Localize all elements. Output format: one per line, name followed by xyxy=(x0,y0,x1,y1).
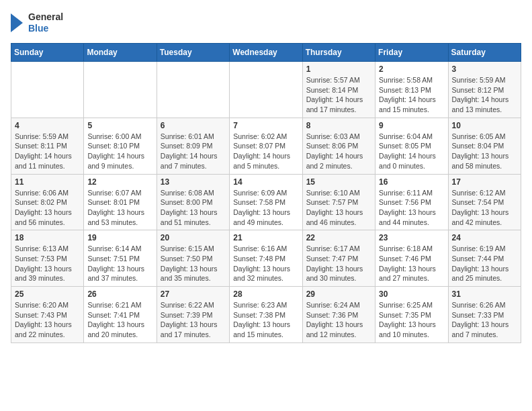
day-number: 6 xyxy=(161,121,226,130)
day-number: 22 xyxy=(306,233,371,242)
day-info: Sunrise: 5:59 AMSunset: 8:12 PMDaylight:… xyxy=(452,75,517,115)
day-info: Sunrise: 6:13 AMSunset: 7:53 PMDaylight:… xyxy=(15,244,80,283)
logo: GeneralBlue xyxy=(11,11,63,35)
calendar-cell: 10Sunrise: 6:05 AMSunset: 8:04 PMDayligh… xyxy=(448,118,521,174)
calendar-cell: 23Sunrise: 6:18 AMSunset: 7:46 PMDayligh… xyxy=(375,230,448,287)
day-number: 26 xyxy=(87,289,152,299)
day-info: Sunrise: 6:10 AMSunset: 7:57 PMDaylight:… xyxy=(306,188,371,228)
day-number: 25 xyxy=(15,289,80,299)
svg-marker-0 xyxy=(11,13,23,32)
day-info: Sunrise: 6:20 AMSunset: 7:43 PMDaylight:… xyxy=(15,300,80,340)
day-info: Sunrise: 5:59 AMSunset: 8:11 PMDaylight:… xyxy=(15,132,80,171)
calendar-cell: 4Sunrise: 5:59 AMSunset: 8:11 PMDaylight… xyxy=(11,118,84,174)
calendar-cell xyxy=(11,62,84,118)
calendar-cell: 31Sunrise: 6:26 AMSunset: 7:33 PMDayligh… xyxy=(448,287,521,343)
day-info: Sunrise: 6:09 AMSunset: 7:58 PMDaylight:… xyxy=(233,188,298,228)
calendar-header: SundayMondayTuesdayWednesdayThursdayFrid… xyxy=(11,44,521,62)
day-info: Sunrise: 6:11 AMSunset: 7:56 PMDaylight:… xyxy=(379,188,444,228)
calendar-cell: 3Sunrise: 5:59 AMSunset: 8:12 PMDaylight… xyxy=(448,62,521,118)
weekday-header-thursday: Thursday xyxy=(302,44,375,62)
day-info: Sunrise: 6:23 AMSunset: 7:38 PMDaylight:… xyxy=(233,300,298,340)
page-header: GeneralBlue xyxy=(11,11,521,35)
calendar-cell: 11Sunrise: 6:06 AMSunset: 8:02 PMDayligh… xyxy=(11,174,84,230)
day-info: Sunrise: 6:04 AMSunset: 8:05 PMDaylight:… xyxy=(379,132,444,171)
weekday-header-monday: Monday xyxy=(84,44,157,62)
calendar-cell: 18Sunrise: 6:13 AMSunset: 7:53 PMDayligh… xyxy=(11,230,84,287)
day-number: 13 xyxy=(161,177,226,187)
calendar-cell: 22Sunrise: 6:17 AMSunset: 7:47 PMDayligh… xyxy=(302,230,375,287)
calendar-table: SundayMondayTuesdayWednesdayThursdayFrid… xyxy=(11,43,521,343)
day-number: 4 xyxy=(15,121,80,130)
day-info: Sunrise: 6:25 AMSunset: 7:35 PMDaylight:… xyxy=(379,300,444,340)
calendar-cell xyxy=(157,62,229,118)
day-number: 15 xyxy=(306,177,371,187)
calendar-cell: 2Sunrise: 5:58 AMSunset: 8:13 PMDaylight… xyxy=(375,62,448,118)
calendar-cell: 27Sunrise: 6:22 AMSunset: 7:39 PMDayligh… xyxy=(157,287,229,343)
day-info: Sunrise: 6:18 AMSunset: 7:46 PMDaylight:… xyxy=(379,244,444,283)
calendar-week-1: 1Sunrise: 5:57 AMSunset: 8:14 PMDaylight… xyxy=(11,62,521,118)
day-info: Sunrise: 5:58 AMSunset: 8:13 PMDaylight:… xyxy=(379,75,444,115)
day-info: Sunrise: 6:19 AMSunset: 7:44 PMDaylight:… xyxy=(452,244,517,283)
day-info: Sunrise: 6:02 AMSunset: 8:07 PMDaylight:… xyxy=(233,132,298,171)
day-info: Sunrise: 6:21 AMSunset: 7:41 PMDaylight:… xyxy=(87,300,152,340)
calendar-cell xyxy=(84,62,157,118)
calendar-cell: 9Sunrise: 6:04 AMSunset: 8:05 PMDaylight… xyxy=(375,118,448,174)
calendar-cell: 17Sunrise: 6:12 AMSunset: 7:54 PMDayligh… xyxy=(448,174,521,230)
weekday-header-row: SundayMondayTuesdayWednesdayThursdayFrid… xyxy=(11,44,521,62)
weekday-header-sunday: Sunday xyxy=(11,44,84,62)
day-number: 2 xyxy=(379,64,444,74)
day-number: 18 xyxy=(15,233,80,242)
calendar-cell: 8Sunrise: 6:03 AMSunset: 8:06 PMDaylight… xyxy=(302,118,375,174)
day-number: 17 xyxy=(452,177,517,187)
day-info: Sunrise: 6:17 AMSunset: 7:47 PMDaylight:… xyxy=(306,244,371,283)
day-info: Sunrise: 6:26 AMSunset: 7:33 PMDaylight:… xyxy=(452,300,517,340)
logo-icon xyxy=(11,11,26,35)
calendar-cell: 24Sunrise: 6:19 AMSunset: 7:44 PMDayligh… xyxy=(448,230,521,287)
weekday-header-friday: Friday xyxy=(375,44,448,62)
calendar-cell: 12Sunrise: 6:07 AMSunset: 8:01 PMDayligh… xyxy=(84,174,157,230)
logo-text-blue: Blue xyxy=(28,23,63,34)
day-number: 28 xyxy=(233,289,298,299)
day-number: 9 xyxy=(379,121,444,130)
calendar-cell: 26Sunrise: 6:21 AMSunset: 7:41 PMDayligh… xyxy=(84,287,157,343)
day-number: 21 xyxy=(233,233,298,242)
day-number: 20 xyxy=(161,233,226,242)
calendar-cell: 13Sunrise: 6:08 AMSunset: 8:00 PMDayligh… xyxy=(157,174,229,230)
day-info: Sunrise: 6:14 AMSunset: 7:51 PMDaylight:… xyxy=(87,244,152,283)
day-number: 27 xyxy=(161,289,226,299)
calendar-week-2: 4Sunrise: 5:59 AMSunset: 8:11 PMDaylight… xyxy=(11,118,521,174)
day-info: Sunrise: 6:00 AMSunset: 8:10 PMDaylight:… xyxy=(87,132,152,171)
calendar-body: 1Sunrise: 5:57 AMSunset: 8:14 PMDaylight… xyxy=(11,62,521,343)
day-info: Sunrise: 5:57 AMSunset: 8:14 PMDaylight:… xyxy=(306,75,371,115)
day-number: 8 xyxy=(306,121,371,130)
calendar-week-3: 11Sunrise: 6:06 AMSunset: 8:02 PMDayligh… xyxy=(11,174,521,230)
calendar-cell: 19Sunrise: 6:14 AMSunset: 7:51 PMDayligh… xyxy=(84,230,157,287)
day-number: 5 xyxy=(87,121,152,130)
logo-text-general: General xyxy=(28,11,63,23)
day-info: Sunrise: 6:07 AMSunset: 8:01 PMDaylight:… xyxy=(87,188,152,228)
day-info: Sunrise: 6:24 AMSunset: 7:36 PMDaylight:… xyxy=(306,300,371,340)
calendar-cell xyxy=(230,62,302,118)
calendar-cell: 14Sunrise: 6:09 AMSunset: 7:58 PMDayligh… xyxy=(230,174,302,230)
day-number: 29 xyxy=(306,289,371,299)
calendar-cell: 29Sunrise: 6:24 AMSunset: 7:36 PMDayligh… xyxy=(302,287,375,343)
calendar-cell: 5Sunrise: 6:00 AMSunset: 8:10 PMDaylight… xyxy=(84,118,157,174)
day-info: Sunrise: 6:03 AMSunset: 8:06 PMDaylight:… xyxy=(306,132,371,171)
day-info: Sunrise: 6:16 AMSunset: 7:48 PMDaylight:… xyxy=(233,244,298,283)
calendar-cell: 6Sunrise: 6:01 AMSunset: 8:09 PMDaylight… xyxy=(157,118,229,174)
calendar-cell: 28Sunrise: 6:23 AMSunset: 7:38 PMDayligh… xyxy=(230,287,302,343)
day-number: 3 xyxy=(452,64,517,74)
day-info: Sunrise: 6:15 AMSunset: 7:50 PMDaylight:… xyxy=(161,244,226,283)
calendar-week-5: 25Sunrise: 6:20 AMSunset: 7:43 PMDayligh… xyxy=(11,287,521,343)
day-number: 23 xyxy=(379,233,444,242)
day-number: 11 xyxy=(15,177,80,187)
day-number: 24 xyxy=(452,233,517,242)
day-number: 7 xyxy=(233,121,298,130)
day-info: Sunrise: 6:05 AMSunset: 8:04 PMDaylight:… xyxy=(452,132,517,171)
calendar-week-4: 18Sunrise: 6:13 AMSunset: 7:53 PMDayligh… xyxy=(11,230,521,287)
day-number: 10 xyxy=(452,121,517,130)
day-info: Sunrise: 6:08 AMSunset: 8:00 PMDaylight:… xyxy=(161,188,226,228)
weekday-header-wednesday: Wednesday xyxy=(230,44,302,62)
calendar-cell: 21Sunrise: 6:16 AMSunset: 7:48 PMDayligh… xyxy=(230,230,302,287)
calendar-cell: 7Sunrise: 6:02 AMSunset: 8:07 PMDaylight… xyxy=(230,118,302,174)
